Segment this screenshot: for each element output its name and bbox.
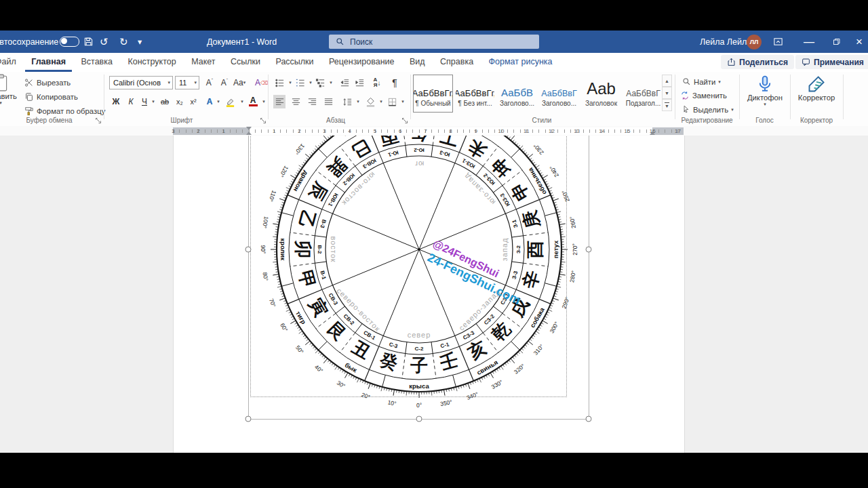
grow-font-button[interactable]: Aˆ <box>203 76 216 89</box>
editor-group-label: Корректор <box>790 117 843 124</box>
line-spacing-options-button[interactable]: ▾ <box>352 95 364 108</box>
style-title[interactable]: Aab Заголовок <box>581 75 621 113</box>
autosave-toggle[interactable] <box>60 30 79 53</box>
styles-gallery-more-button[interactable]: ▼ <box>662 99 672 111</box>
find-icon <box>682 77 691 86</box>
cut-button[interactable]: Вырезать <box>24 76 71 89</box>
replace-label: Заменить <box>692 92 727 100</box>
find-button[interactable]: Найти▾ <box>682 75 721 88</box>
restore-button[interactable] <box>826 30 846 53</box>
tab-home[interactable]: Главная <box>25 54 72 72</box>
ribbon-display-options-button[interactable] <box>773 30 783 53</box>
comments-label: Примечания <box>814 58 864 67</box>
italic-button[interactable]: К <box>125 95 137 108</box>
show-marks-button[interactable]: ¶ <box>389 76 401 89</box>
font-family-value: Calibri (Основ <box>113 79 161 87</box>
style-heading2[interactable]: АаБбВвГ Заголово... <box>539 75 579 113</box>
change-case-button[interactable]: Aa▾ <box>233 76 245 89</box>
clipboard-dialog-launcher-icon[interactable] <box>95 117 102 124</box>
tab-review[interactable]: Рецензирование <box>323 53 401 70</box>
avatar[interactable]: ЛЛ <box>747 30 762 53</box>
svg-text:0°: 0° <box>416 402 422 409</box>
save-button[interactable] <box>83 30 94 53</box>
format-painter-button[interactable]: Формат по образцу <box>24 104 105 117</box>
user-name[interactable]: Лейла Лейла <box>700 30 751 53</box>
clear-formatting-button[interactable]: A⌫ <box>255 76 268 89</box>
tab-picture-format[interactable]: Формат рисунка <box>483 53 559 70</box>
style-subtitle[interactable]: АаБбВвГ Подзагол... <box>623 75 663 113</box>
replace-button[interactable]: Заменить <box>680 89 727 102</box>
multilevel-options-button[interactable]: ▾ <box>325 76 337 89</box>
dictate-button[interactable]: Диктофон ▾ <box>743 75 787 107</box>
styles-scroll-down-button[interactable]: ▼ <box>662 87 672 99</box>
hanging-indent-marker[interactable] <box>246 131 252 135</box>
sort-button[interactable]: АЯ↓ <box>371 76 383 89</box>
share-button[interactable]: Поделиться <box>721 55 794 69</box>
resize-handle-bottom-right[interactable] <box>586 416 592 422</box>
decrease-indent-icon <box>340 78 350 88</box>
resize-handle-left[interactable] <box>245 247 252 253</box>
image-wrap-boundary <box>250 136 567 397</box>
decrease-indent-button[interactable] <box>338 76 351 89</box>
style-no-spacing[interactable]: АаБбВвГг, ¶ Без инт... <box>455 75 495 113</box>
redo-button[interactable]: ↻ <box>119 30 128 53</box>
styles-scroll-up-button[interactable]: ▲ <box>662 75 672 87</box>
tab-help[interactable]: Справка <box>434 53 479 70</box>
superscript-button[interactable]: x² <box>187 95 199 108</box>
tab-file[interactable]: Файл <box>0 53 22 70</box>
align-center-button[interactable] <box>290 95 302 108</box>
close-button[interactable]: × <box>849 30 868 53</box>
tab-insert[interactable]: Вставка <box>75 53 118 70</box>
style-normal[interactable]: АаБбВвГг, ¶ Обычный <box>413 75 453 113</box>
align-right-button[interactable] <box>306 95 318 108</box>
toggle-knob <box>61 38 67 44</box>
select-button[interactable]: Выделить▾ <box>682 103 734 116</box>
shrink-font-button[interactable]: Aˇ <box>218 76 231 89</box>
undo-button[interactable]: ↺ <box>100 30 108 53</box>
editor-button[interactable]: Корректор <box>795 75 838 102</box>
quick-access-more-button[interactable]: ▾ <box>138 30 142 53</box>
restore-icon <box>832 37 841 46</box>
bold-button[interactable]: Ж <box>110 95 122 108</box>
underline-options-button[interactable]: ▾ <box>147 95 159 108</box>
ruler-number: 9 <box>473 128 479 134</box>
subscript-button[interactable]: x₂ <box>174 95 186 108</box>
font-size-select[interactable]: 11▾ <box>175 76 199 89</box>
document-page[interactable]: 0°10°20°30°40°50°60°70°80°90°100°110°120… <box>173 136 685 453</box>
bullet-list-icon <box>275 78 285 88</box>
tab-references[interactable]: Ссылки <box>224 53 267 70</box>
chevron-down-icon: ▾ <box>194 80 197 85</box>
strikethrough-button[interactable]: ab <box>159 95 171 108</box>
document-area[interactable]: 0°10°20°30°40°50°60°70°80°90°100°110°120… <box>0 136 868 453</box>
resize-handle-right[interactable] <box>586 247 592 253</box>
comments-button[interactable]: Примечания <box>795 55 868 69</box>
ruler-number: 1 <box>220 128 226 134</box>
font-family-select[interactable]: Calibri (Основ▾ <box>109 76 173 89</box>
justify-button[interactable] <box>322 95 334 108</box>
resize-handle-bottom-center[interactable] <box>416 416 422 422</box>
title-bar: Автосохранение ↺ ↻ ▾ Документ1 - Word По… <box>0 30 868 53</box>
tab-mailings[interactable]: Рассылки <box>269 53 319 70</box>
minimize-button[interactable]: — <box>799 30 819 53</box>
paste-button[interactable]: Вставить ▾ <box>0 73 20 106</box>
style-heading1[interactable]: АаБбВ Заголово... <box>497 75 537 113</box>
text-effects-options-button[interactable]: ▾ <box>212 95 224 108</box>
increase-indent-button[interactable] <box>353 76 366 89</box>
avatar-initials: ЛЛ <box>750 39 759 45</box>
highlight-button[interactable] <box>224 95 236 108</box>
tab-view[interactable]: Вид <box>403 53 431 70</box>
font-dialog-launcher-icon[interactable] <box>260 117 267 124</box>
horizontal-ruler[interactable]: 3211234567891011121314151617 <box>173 127 684 135</box>
borders-options-button[interactable]: ▾ <box>397 95 409 108</box>
tab-design[interactable]: Конструктор <box>121 53 182 70</box>
copy-button[interactable]: Копировать <box>24 90 78 103</box>
first-line-indent-marker[interactable] <box>246 127 252 130</box>
tab-layout[interactable]: Макет <box>185 53 221 70</box>
paragraph-dialog-launcher-icon[interactable] <box>401 117 408 124</box>
paint-bucket-icon <box>366 97 376 107</box>
search-input[interactable]: Поиск <box>329 35 539 49</box>
align-right-icon <box>307 97 317 107</box>
resize-handle-bottom-left[interactable] <box>245 416 252 422</box>
align-left-button[interactable] <box>273 95 285 108</box>
editing-group-label: Редактирование <box>675 117 739 124</box>
